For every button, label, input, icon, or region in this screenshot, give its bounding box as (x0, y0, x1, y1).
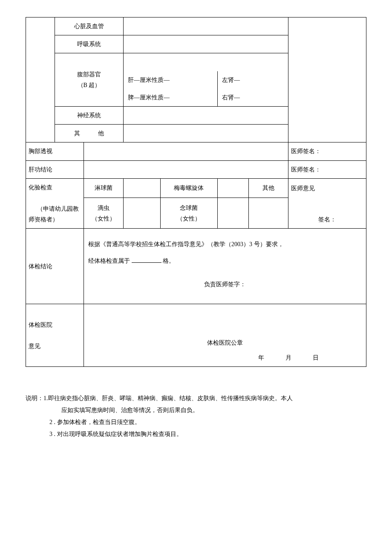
hospital-seal: 体检医院公章 (86, 337, 363, 348)
conclusion-body: 根据《普通高等学校招生体检工作指导意见》（教学（2003）3 号）要求， 经体格… (84, 229, 366, 304)
hospital-label1: 体检医院 (29, 322, 52, 328)
exam-table: 心脏及血管 呼吸系统 腹部器官 （B 超） 肝—厘米性质— 左肾— 脾—厘米性质… (26, 17, 366, 367)
note2-num: 2 . (49, 419, 55, 425)
hospital-label2: 意见 (29, 343, 40, 349)
liverfn-sign: 医师签名： (288, 160, 366, 178)
lab-doc-opinion: 医师意见 (288, 178, 366, 198)
chest-label: 胸部透视 (26, 142, 84, 160)
row-resp-label: 呼吸系统 (55, 35, 124, 53)
hospital-date: 年 月 日 (86, 352, 363, 363)
row-heart-label: 心脏及血管 (55, 17, 124, 35)
lab-trich-value (124, 198, 161, 229)
hospital-label-cell: 体检医院 意见 (26, 304, 84, 367)
row-other-label: 其 他 (55, 125, 124, 142)
hospital-body: 体检医院公章 年 月 日 (84, 304, 366, 367)
conclusion-blank (132, 256, 161, 263)
conclusion-line1: 根据《普通高等学校招生体检工作指导意见》（教学（2003）3 号）要求， (88, 239, 362, 250)
conclusion-doc-sign: 负责医师签字： (88, 279, 362, 290)
row-resp-value (124, 35, 288, 53)
lab-label: 化验检查 (29, 184, 52, 191)
lab-syph-label: 梅毒螺旋体 (160, 178, 217, 198)
conclusion-line2a: 经体格检查属于 (88, 258, 132, 264)
note3-text: 对出现呼吸系统疑似症状者增加胸片检查项目。 (57, 431, 182, 437)
lab-gono-value (124, 178, 161, 198)
row-nervous-value (124, 106, 288, 124)
lab-label-cell: 化验检查 （申请幼儿园教师资格者） (26, 178, 84, 229)
row-other-value (124, 125, 288, 142)
right-kidney: 右肾— (218, 89, 288, 107)
liver-line: 肝—厘米性质— (124, 71, 218, 89)
conclusion-line2: 经体格检查属于 格。 (88, 256, 362, 266)
note1-num: 1. (43, 392, 48, 404)
row-abdomen-label: 腹部器官 （B 超） (55, 53, 124, 107)
liverfn-value (84, 160, 288, 178)
spleen-line: 脾—厘米性质— (124, 89, 218, 107)
page: 心脏及血管 呼吸系统 腹部器官 （B 超） 肝—厘米性质— 左肾— 脾—厘米性质… (26, 17, 366, 440)
abdomen-text: 腹部器官 (77, 71, 101, 78)
row-nervous-label: 神经系统 (55, 106, 124, 124)
liverfn-label: 肝功结论 (26, 160, 84, 178)
note-1-line1: 说明： 1. 即往病史指心脏病、肝炎、哮喘、精神病、癫痫、结核、皮肤病、性传播性… (26, 392, 366, 404)
conclusion-line2b: 格。 (161, 258, 175, 264)
lab-candida-value (218, 198, 249, 229)
chest-value (84, 142, 288, 160)
conclusion-label: 体检结论 (26, 229, 84, 304)
lab-trich-label: 滴虫 （女性） (84, 198, 124, 229)
lab-gono-label: 淋球菌 (84, 178, 124, 198)
lab-syph-value (218, 178, 249, 198)
upper-sign-cell (288, 17, 366, 142)
candida-text: 念球菌 (180, 205, 198, 211)
note-3: 3 . 对出现呼吸系统疑似症状者增加胸片检查项目。 (49, 428, 366, 440)
chest-sign: 医师签名： (288, 142, 366, 160)
exam-category-blank (26, 17, 55, 142)
note2-text: 参加体检者，检查当日须空腹。 (57, 419, 141, 425)
lab-other-label: 其他 (249, 178, 288, 198)
row-heart-value (124, 17, 288, 35)
lab-sub: （申请幼儿园教师资格者） (29, 206, 79, 223)
left-kidney: 左肾— (218, 71, 288, 89)
notes-section: 说明： 1. 即往病史指心脏病、肝炎、哮喘、精神病、癫痫、结核、皮肤病、性传播性… (26, 392, 366, 440)
note1-text-a: 即往病史指心脏病、肝炎、哮喘、精神病、癫痫、结核、皮肤病、性传播性疾病等病史。本… (48, 392, 293, 404)
trich-sub: （女性） (92, 215, 115, 222)
notes-prefix: 说明： (26, 392, 43, 404)
note3-num: 3 . (49, 431, 55, 437)
lab-sign: 签名： (288, 198, 366, 229)
note-2: 2 . 参加体检者，检查当日须空腹。 (49, 416, 366, 428)
lab-candida-label: 念球菌 （女性） (160, 198, 217, 229)
note1-text-b: 应如实填写患病时间、治愈等情况，否则后果自负。 (61, 404, 366, 416)
bscan-text: （B 超） (78, 82, 101, 88)
trich-text: 滴虫 (98, 205, 110, 211)
row-abdomen-blank-top (124, 53, 288, 71)
lab-other-value (249, 198, 288, 229)
candida-sub: （女性） (177, 215, 201, 222)
